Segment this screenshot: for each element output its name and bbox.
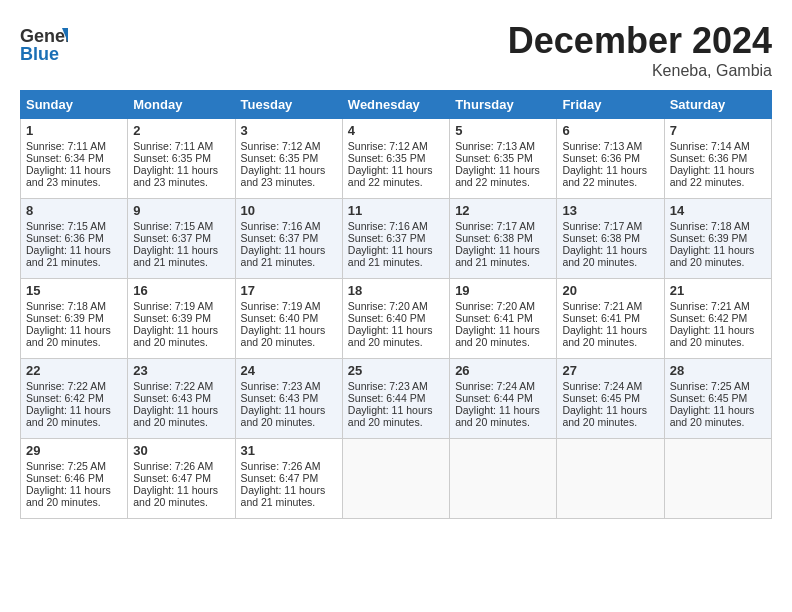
sunrise-label: Sunrise: 7:18 AM (670, 220, 750, 232)
sunset-label: Sunset: 6:36 PM (562, 152, 640, 164)
calendar-cell: 20Sunrise: 7:21 AMSunset: 6:41 PMDayligh… (557, 279, 664, 359)
daylight-label: Daylight: 11 hours and 22 minutes. (348, 164, 433, 188)
calendar-cell: 24Sunrise: 7:23 AMSunset: 6:43 PMDayligh… (235, 359, 342, 439)
calendar-cell: 2Sunrise: 7:11 AMSunset: 6:35 PMDaylight… (128, 119, 235, 199)
sunset-label: Sunset: 6:46 PM (26, 472, 104, 484)
logo-icon: General Blue (20, 20, 68, 68)
daylight-label: Daylight: 11 hours and 21 minutes. (133, 244, 218, 268)
daylight-label: Daylight: 11 hours and 20 minutes. (670, 324, 755, 348)
calendar-cell (664, 439, 771, 519)
sunset-label: Sunset: 6:47 PM (133, 472, 211, 484)
calendar-cell: 31Sunrise: 7:26 AMSunset: 6:47 PMDayligh… (235, 439, 342, 519)
sunrise-label: Sunrise: 7:19 AM (133, 300, 213, 312)
sunrise-label: Sunrise: 7:16 AM (348, 220, 428, 232)
day-number: 7 (670, 123, 766, 138)
daylight-label: Daylight: 11 hours and 20 minutes. (670, 244, 755, 268)
calendar-cell: 18Sunrise: 7:20 AMSunset: 6:40 PMDayligh… (342, 279, 449, 359)
day-number: 8 (26, 203, 122, 218)
sunset-label: Sunset: 6:35 PM (241, 152, 319, 164)
week-row-4: 22Sunrise: 7:22 AMSunset: 6:42 PMDayligh… (21, 359, 772, 439)
calendar-cell: 26Sunrise: 7:24 AMSunset: 6:44 PMDayligh… (450, 359, 557, 439)
daylight-label: Daylight: 11 hours and 20 minutes. (26, 324, 111, 348)
sunset-label: Sunset: 6:45 PM (562, 392, 640, 404)
sunset-label: Sunset: 6:40 PM (348, 312, 426, 324)
daylight-label: Daylight: 11 hours and 20 minutes. (670, 404, 755, 428)
sunset-label: Sunset: 6:43 PM (241, 392, 319, 404)
sunrise-label: Sunrise: 7:21 AM (670, 300, 750, 312)
daylight-label: Daylight: 11 hours and 20 minutes. (133, 404, 218, 428)
weekday-saturday: Saturday (664, 91, 771, 119)
sunrise-label: Sunrise: 7:19 AM (241, 300, 321, 312)
sunset-label: Sunset: 6:35 PM (455, 152, 533, 164)
day-number: 20 (562, 283, 658, 298)
sunset-label: Sunset: 6:38 PM (562, 232, 640, 244)
daylight-label: Daylight: 11 hours and 20 minutes. (562, 404, 647, 428)
week-row-3: 15Sunrise: 7:18 AMSunset: 6:39 PMDayligh… (21, 279, 772, 359)
sunset-label: Sunset: 6:42 PM (26, 392, 104, 404)
calendar-cell: 7Sunrise: 7:14 AMSunset: 6:36 PMDaylight… (664, 119, 771, 199)
daylight-label: Daylight: 11 hours and 21 minutes. (26, 244, 111, 268)
title-area: December 2024 Keneba, Gambia (508, 20, 772, 80)
calendar-cell: 8Sunrise: 7:15 AMSunset: 6:36 PMDaylight… (21, 199, 128, 279)
sunrise-label: Sunrise: 7:24 AM (562, 380, 642, 392)
sunset-label: Sunset: 6:39 PM (26, 312, 104, 324)
weekday-thursday: Thursday (450, 91, 557, 119)
daylight-label: Daylight: 11 hours and 22 minutes. (455, 164, 540, 188)
weekday-friday: Friday (557, 91, 664, 119)
calendar-cell: 25Sunrise: 7:23 AMSunset: 6:44 PMDayligh… (342, 359, 449, 439)
sunrise-label: Sunrise: 7:25 AM (26, 460, 106, 472)
sunrise-label: Sunrise: 7:20 AM (455, 300, 535, 312)
svg-text:Blue: Blue (20, 44, 59, 64)
sunset-label: Sunset: 6:47 PM (241, 472, 319, 484)
sunrise-label: Sunrise: 7:26 AM (241, 460, 321, 472)
day-number: 19 (455, 283, 551, 298)
sunrise-label: Sunrise: 7:11 AM (26, 140, 106, 152)
day-number: 31 (241, 443, 337, 458)
day-number: 24 (241, 363, 337, 378)
day-number: 5 (455, 123, 551, 138)
calendar-table: SundayMondayTuesdayWednesdayThursdayFrid… (20, 90, 772, 519)
calendar-cell: 14Sunrise: 7:18 AMSunset: 6:39 PMDayligh… (664, 199, 771, 279)
calendar-cell (450, 439, 557, 519)
sunset-label: Sunset: 6:42 PM (670, 312, 748, 324)
month-title: December 2024 (508, 20, 772, 62)
sunrise-label: Sunrise: 7:25 AM (670, 380, 750, 392)
sunrise-label: Sunrise: 7:17 AM (562, 220, 642, 232)
weekday-sunday: Sunday (21, 91, 128, 119)
sunrise-label: Sunrise: 7:18 AM (26, 300, 106, 312)
calendar-cell: 13Sunrise: 7:17 AMSunset: 6:38 PMDayligh… (557, 199, 664, 279)
day-number: 4 (348, 123, 444, 138)
day-number: 11 (348, 203, 444, 218)
sunrise-label: Sunrise: 7:15 AM (26, 220, 106, 232)
calendar-cell: 22Sunrise: 7:22 AMSunset: 6:42 PMDayligh… (21, 359, 128, 439)
calendar-cell: 6Sunrise: 7:13 AMSunset: 6:36 PMDaylight… (557, 119, 664, 199)
daylight-label: Daylight: 11 hours and 20 minutes. (133, 484, 218, 508)
sunrise-label: Sunrise: 7:21 AM (562, 300, 642, 312)
daylight-label: Daylight: 11 hours and 20 minutes. (455, 324, 540, 348)
calendar-cell: 1Sunrise: 7:11 AMSunset: 6:34 PMDaylight… (21, 119, 128, 199)
sunset-label: Sunset: 6:37 PM (348, 232, 426, 244)
day-number: 18 (348, 283, 444, 298)
calendar-cell: 30Sunrise: 7:26 AMSunset: 6:47 PMDayligh… (128, 439, 235, 519)
daylight-label: Daylight: 11 hours and 20 minutes. (241, 324, 326, 348)
sunrise-label: Sunrise: 7:17 AM (455, 220, 535, 232)
sunrise-label: Sunrise: 7:14 AM (670, 140, 750, 152)
daylight-label: Daylight: 11 hours and 21 minutes. (241, 484, 326, 508)
day-number: 14 (670, 203, 766, 218)
daylight-label: Daylight: 11 hours and 21 minutes. (241, 244, 326, 268)
calendar-cell (342, 439, 449, 519)
daylight-label: Daylight: 11 hours and 20 minutes. (348, 404, 433, 428)
sunrise-label: Sunrise: 7:13 AM (562, 140, 642, 152)
day-number: 9 (133, 203, 229, 218)
sunset-label: Sunset: 6:45 PM (670, 392, 748, 404)
daylight-label: Daylight: 11 hours and 20 minutes. (241, 404, 326, 428)
calendar-cell: 5Sunrise: 7:13 AMSunset: 6:35 PMDaylight… (450, 119, 557, 199)
calendar-cell: 29Sunrise: 7:25 AMSunset: 6:46 PMDayligh… (21, 439, 128, 519)
day-number: 28 (670, 363, 766, 378)
daylight-label: Daylight: 11 hours and 21 minutes. (455, 244, 540, 268)
daylight-label: Daylight: 11 hours and 23 minutes. (26, 164, 111, 188)
daylight-label: Daylight: 11 hours and 21 minutes. (348, 244, 433, 268)
calendar-cell: 19Sunrise: 7:20 AMSunset: 6:41 PMDayligh… (450, 279, 557, 359)
calendar-cell: 9Sunrise: 7:15 AMSunset: 6:37 PMDaylight… (128, 199, 235, 279)
day-number: 2 (133, 123, 229, 138)
